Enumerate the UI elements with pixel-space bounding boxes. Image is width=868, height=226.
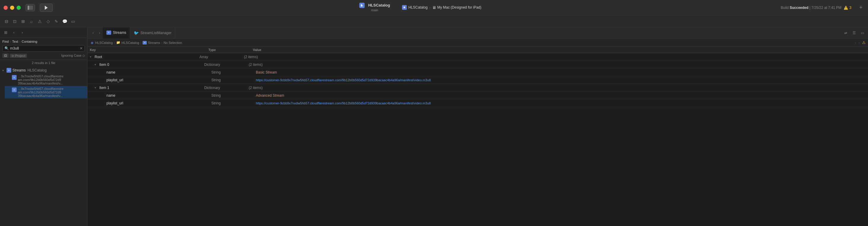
search-area: Find › Text › Containing 🔍 ✕ ⊡ In Projec… bbox=[0, 38, 87, 60]
streams-tab-icon: ≡ bbox=[106, 31, 111, 35]
split-editor-btn[interactable]: ⇌ bbox=[842, 30, 849, 36]
title-bar: HLSCatalog main HLSCatalog › 🖥 My Mac (D… bbox=[0, 0, 868, 16]
annotation-btn[interactable]: ✎ bbox=[52, 17, 60, 26]
expand-item0[interactable]: ▾ bbox=[95, 63, 98, 66]
comment-btn[interactable]: 💬 bbox=[60, 17, 69, 26]
key-item0: Item 0 bbox=[99, 63, 109, 67]
minimize-button[interactable] bbox=[10, 6, 14, 10]
breadcrumb-hlscatalog-root[interactable]: ◈ HLSCatalog bbox=[90, 40, 113, 45]
plist-row-name0[interactable]: ▾ name String Basic Stream bbox=[88, 68, 868, 76]
sidebar-item-streams[interactable]: ▾ ≡ Streams HLSCatalog bbox=[0, 67, 87, 74]
project-icon bbox=[359, 3, 365, 8]
svg-rect-1 bbox=[30, 6, 33, 10]
bookmark-btn[interactable]: ◇ bbox=[44, 17, 52, 26]
column-value: Value bbox=[253, 48, 866, 52]
breadcrumb-folder-icon-0: ◈ bbox=[90, 40, 94, 45]
plist-row-item1[interactable]: ▾ Item 1 Dictionary (2 items) bbox=[88, 84, 868, 92]
search-in-project[interactable]: ⊡ In Project bbox=[2, 53, 27, 58]
type-item1: Dictionary bbox=[204, 86, 249, 90]
plist-row-url0[interactable]: ▾ playlist_url String https://customer-9… bbox=[88, 76, 868, 84]
back-btn[interactable]: ‹ bbox=[10, 29, 18, 36]
warning-badge[interactable]: ⚠️ 3 bbox=[844, 6, 851, 10]
type-name1: String bbox=[211, 93, 256, 97]
type-url0: String bbox=[211, 78, 256, 82]
value-url0: https://customer-9cbb9x7nxdw5hb57.cloudf… bbox=[256, 78, 866, 82]
search-result-1[interactable]: ≡ …9x7nxdw5hb57.cloudflarestream.com/9b1… bbox=[5, 86, 87, 98]
tab-nav-forward[interactable]: › bbox=[96, 30, 103, 36]
search-ignore-case[interactable]: Ignoring Case ◇ bbox=[61, 54, 85, 58]
column-type: Type bbox=[208, 48, 253, 52]
expand-arrow: ▾ bbox=[2, 69, 5, 72]
scheme-selector[interactable]: HLSCatalog › 🖥 My Mac (Designed for iPad… bbox=[402, 5, 482, 10]
breadcrumb-hlscatalog-folder[interactable]: 📁 HLSCatalog bbox=[116, 40, 139, 45]
plist-row-key-url0: ▾ playlist_url bbox=[102, 78, 211, 82]
plist-row-name1[interactable]: ▾ name String Advanced Stream bbox=[88, 92, 868, 100]
tab-nav-back[interactable]: ‹ bbox=[90, 30, 96, 36]
tab-right-buttons: ⇌ ☰ ▭ bbox=[842, 30, 866, 36]
result-icon-0: ≡ bbox=[12, 75, 17, 80]
issue-navigator[interactable]: ⚠ bbox=[36, 17, 44, 26]
build-status-text: Build Succeeded | 7/25/22 at 7:41 PM bbox=[781, 6, 842, 10]
device-selector[interactable]: 🖥 My Mac (Designed for iPad) bbox=[432, 5, 482, 10]
plist-row-root[interactable]: ▾ Root Array (2 items) bbox=[88, 53, 868, 61]
value-name0: Basic Stream bbox=[256, 70, 866, 75]
breadcrumb-sep-2: › bbox=[161, 41, 162, 45]
layout-btn[interactable]: ☰ bbox=[851, 30, 857, 36]
navigator-toggle[interactable]: ⊟ bbox=[2, 17, 11, 26]
key-root: Root bbox=[95, 55, 102, 59]
plist-row-key-name1: ▾ name bbox=[102, 93, 211, 97]
search-toolbar-btn[interactable]: ⌕ bbox=[27, 17, 36, 26]
streams-children: ≡ …9x7nxdw5hb57.cloudflarestream.com/9b1… bbox=[0, 74, 87, 98]
search-input[interactable] bbox=[10, 46, 79, 50]
run-button[interactable] bbox=[40, 4, 53, 12]
hierarchy-toggle[interactable]: ⊞ bbox=[19, 17, 27, 26]
scope-containing[interactable]: Containing bbox=[22, 40, 37, 43]
plist-row-key-url1: ▾ playlist_url bbox=[102, 101, 211, 105]
breadcrumb-forward-btn[interactable]: › bbox=[859, 40, 860, 45]
expand-root[interactable]: ▾ bbox=[90, 55, 93, 58]
search-clear-button[interactable]: ✕ bbox=[80, 46, 83, 50]
scope-find[interactable]: Find bbox=[2, 40, 9, 43]
content-area: ‹ › ≡ Streams 🐦 StreamListManager ⇌ ☰ ▭ … bbox=[88, 27, 868, 226]
fullscreen-button[interactable] bbox=[17, 6, 21, 10]
panel-toggle-button[interactable] bbox=[26, 4, 35, 11]
tab-streams[interactable]: ≡ Streams bbox=[103, 27, 130, 38]
type-item0: Dictionary bbox=[204, 63, 249, 67]
key-url1: playlist_url bbox=[106, 101, 123, 105]
search-options: ⊡ In Project Ignoring Case ◇ bbox=[2, 53, 85, 58]
breadcrumb-streams[interactable]: ≡ Streams bbox=[143, 40, 160, 45]
breadcrumb-warning[interactable]: ⚠ bbox=[862, 40, 866, 45]
sidebar-tree: ▾ ≡ Streams HLSCatalog ≡ …9x7nxdw5hb57.c… bbox=[0, 66, 87, 226]
search-result-0[interactable]: ≡ …9x7nxdw5hb57.cloudflarestream.com/9b1… bbox=[5, 74, 87, 86]
left-sidebar: ⊞ ‹ › Find › Text › Containing 🔍 ✕ ⊡ In … bbox=[0, 27, 88, 226]
inspector-btn[interactable]: ▭ bbox=[859, 30, 866, 36]
expand-item1[interactable]: ▾ bbox=[95, 86, 98, 89]
forward-btn[interactable]: › bbox=[19, 29, 26, 36]
key-name0: name bbox=[106, 70, 115, 75]
value-item0: (2 items) bbox=[249, 63, 866, 67]
grid-view-btn[interactable]: ⊞ bbox=[2, 29, 9, 36]
project-name: HLSCatalog bbox=[368, 3, 390, 8]
plist-editor: Key Type Value ▾ Root Array (2 items) ▾ … bbox=[88, 47, 868, 226]
breadcrumb-no-selection: No Selection bbox=[164, 41, 182, 45]
svg-point-4 bbox=[403, 6, 405, 8]
tab-streamlistmanager[interactable]: 🐦 StreamListManager bbox=[130, 27, 176, 38]
scheme-name: HLSCatalog bbox=[408, 5, 428, 9]
breadcrumb-folder-icon-1: 📁 bbox=[116, 40, 120, 45]
plist-row-item0[interactable]: ▾ Item 0 Dictionary (2 items) bbox=[88, 61, 868, 68]
streams-sublabel: HLSCatalog bbox=[28, 68, 47, 73]
scope-text[interactable]: Text bbox=[12, 40, 18, 43]
plist-row-key-name0: ▾ name bbox=[102, 70, 211, 75]
breadcrumb-back-btn[interactable]: ‹ bbox=[855, 40, 856, 45]
close-button[interactable] bbox=[4, 6, 8, 10]
plist-column-header: Key Type Value bbox=[88, 47, 868, 53]
plist-row-key-root: ▾ Root bbox=[90, 55, 199, 59]
file-view-toggle[interactable]: ⊡ bbox=[11, 17, 19, 26]
streamlistmanager-tab-label: StreamListManager bbox=[141, 31, 172, 35]
sidebar-toolbar: ⊞ ‹ › bbox=[0, 27, 87, 38]
main-layout: ⊞ ‹ › Find › Text › Containing 🔍 ✕ ⊡ In … bbox=[0, 27, 868, 226]
plist-row-url1[interactable]: ▾ playlist_url String https://customer-9… bbox=[88, 100, 868, 107]
rectangle-btn[interactable]: ▭ bbox=[69, 17, 77, 26]
streams-tab-label: Streams bbox=[113, 31, 126, 35]
add-button[interactable]: + bbox=[857, 4, 864, 11]
